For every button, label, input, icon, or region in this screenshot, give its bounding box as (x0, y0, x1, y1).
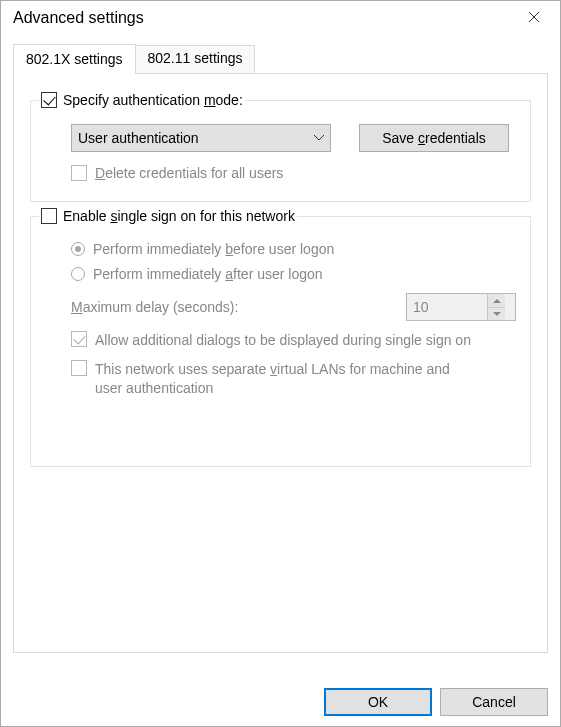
window-title: Advanced settings (13, 9, 518, 27)
save-credentials-label: Save credentials (382, 130, 486, 146)
ok-button[interactable]: OK (324, 688, 432, 716)
sso-before-logon-radio (71, 242, 85, 256)
tab-80211[interactable]: 802.11 settings (135, 45, 256, 73)
tab-panel-8021x: Specify authentication mode: User authen… (13, 73, 548, 653)
spinner-down-icon (488, 307, 505, 321)
group-auth-mode: Specify authentication mode: User authen… (30, 100, 531, 202)
chevron-down-icon (314, 135, 324, 141)
spinner-up-icon (488, 294, 505, 307)
cancel-button[interactable]: Cancel (440, 688, 548, 716)
title-bar: Advanced settings (1, 1, 560, 35)
specify-auth-mode-label: Specify authentication mode: (63, 91, 243, 110)
delete-credentials-label: Delete credentials for all users (95, 164, 283, 183)
separate-vlan-checkbox (71, 360, 87, 376)
auth-mode-dropdown[interactable]: User authentication (71, 124, 331, 152)
allow-dialogs-checkbox (71, 331, 87, 347)
dialog-footer: OK Cancel (324, 688, 548, 716)
max-delay-label: Maximum delay (seconds): (71, 298, 398, 317)
max-delay-spinner (406, 293, 516, 321)
allow-dialogs-label: Allow additional dialogs to be displayed… (95, 331, 471, 350)
close-button[interactable] (518, 10, 550, 26)
enable-sso-checkbox[interactable] (41, 208, 57, 224)
sso-after-logon-radio (71, 267, 85, 281)
tab-8021x[interactable]: 802.1X settings (13, 44, 136, 74)
sso-before-logon-label: Perform immediately before user logon (93, 240, 334, 259)
sso-after-logon-label: Perform immediately after user logon (93, 265, 323, 284)
auth-mode-selected: User authentication (78, 130, 314, 146)
enable-sso-label: Enable single sign on for this network (63, 207, 295, 226)
save-credentials-button[interactable]: Save credentials (359, 124, 509, 152)
delete-credentials-checkbox (71, 165, 87, 181)
specify-auth-mode-checkbox[interactable] (41, 92, 57, 108)
tabs-strip: 802.1X settings 802.11 settings (13, 43, 548, 73)
group-sso: Enable single sign on for this network P… (30, 216, 531, 467)
separate-vlan-label: This network uses separate virtual LANs … (95, 360, 475, 398)
max-delay-input (407, 294, 487, 320)
